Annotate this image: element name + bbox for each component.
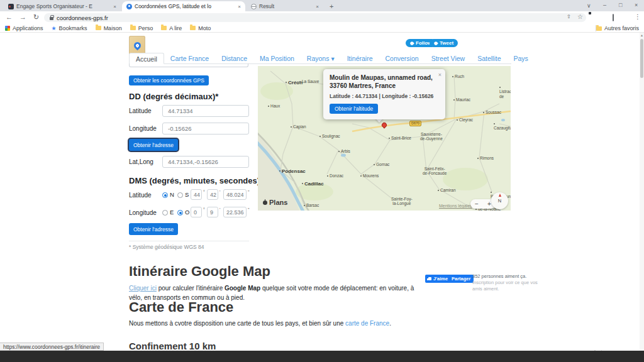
back-icon[interactable]: ← xyxy=(6,14,13,21)
map-label: Cleyrac xyxy=(457,118,473,122)
scrollbar-thumb[interactable] xyxy=(640,39,643,78)
tab-search-chevron-icon[interactable]: ∨ xyxy=(587,3,591,9)
other-bookmarks[interactable]: Autres favoris xyxy=(596,24,639,33)
map-label: Arbis xyxy=(338,149,350,153)
map-label: Saint-Brice xyxy=(389,136,411,140)
radio-south[interactable] xyxy=(177,192,183,198)
nav-item-carte-france[interactable]: Carte France xyxy=(164,53,215,63)
legal-link[interactable]: Mentions légales xyxy=(439,204,472,208)
map-popup: Moulin de Maupas, unnamed road, 33760 Ma… xyxy=(323,69,445,119)
gps-pin-favicon xyxy=(126,4,132,9)
lon-minutes-input[interactable] xyxy=(207,207,218,217)
cliquer-ici-link[interactable]: Cliquer ici xyxy=(129,285,157,292)
nav-item-itin-raire[interactable]: Itinéraire xyxy=(341,53,379,63)
get-gps-button[interactable]: Obtenir les coordonnées GPS xyxy=(129,75,209,85)
facebook-share-button[interactable]: Partager xyxy=(448,275,474,283)
carte-de-france-link[interactable]: carte de France xyxy=(345,320,389,327)
lon-seconds-input[interactable] xyxy=(223,207,247,217)
address-bar[interactable]: coordonnees-gps.fr xyxy=(44,13,586,22)
map-label: Barsac xyxy=(304,203,319,207)
nav-item-distance[interactable]: Distance xyxy=(215,53,253,63)
nav-item-pays[interactable]: Pays xyxy=(508,53,535,63)
carte-paragraph: Nous mettons à cvotre disposition une ca… xyxy=(129,319,425,328)
map-label: La Sauve xyxy=(299,79,319,84)
compass-control[interactable]: N xyxy=(491,192,508,209)
map-label: Saint-Félix- de-Foncaude xyxy=(423,167,447,176)
dms-longitude-label: Longitude xyxy=(129,209,157,216)
tab-coordonnees-gps[interactable]: Coordonnées GPS, latitude et lo × xyxy=(122,1,245,11)
bookmark-bookmarks[interactable]: ★ Bookmarks xyxy=(52,25,87,31)
address-search-input-partial[interactable] xyxy=(129,63,248,67)
itineraire-title: Itinéraire Google Map xyxy=(129,263,270,280)
bookmark-folder-moto[interactable]: Moto xyxy=(190,25,211,31)
thumbs-up-icon xyxy=(428,277,431,280)
sidebar-icon[interactable] xyxy=(613,14,614,21)
nav-item-accueil[interactable]: Accueil xyxy=(129,53,164,64)
share-icon[interactable]: ⇧ xyxy=(567,14,571,19)
dms-heading: DMS (degrés, minutes, secondes)* xyxy=(129,176,263,185)
tab-close-icon[interactable]: × xyxy=(238,4,241,9)
second-mark: " xyxy=(248,190,250,194)
nav-item-satellite[interactable]: Satellite xyxy=(471,53,507,63)
apple-logo-icon xyxy=(263,200,267,205)
zoom-in-icon[interactable]: + xyxy=(487,200,491,207)
radio-west[interactable] xyxy=(177,210,183,216)
facebook-like-button[interactable]: J'aime xyxy=(425,275,451,283)
road-badge: D670 xyxy=(409,121,421,126)
radio-east[interactable] xyxy=(162,210,168,216)
north-label: N xyxy=(170,191,174,198)
radio-north[interactable] xyxy=(162,192,168,198)
latitude-label: Latitude xyxy=(129,107,152,114)
map-canvas[interactable]: CréonLa SauveHauxCapianSoulignacArbisPod… xyxy=(258,66,511,211)
site-nav: AccueilCarte FranceDistanceMa PositionRa… xyxy=(129,53,511,64)
site-logo[interactable] xyxy=(129,36,145,55)
popup-close-icon[interactable]: × xyxy=(438,72,441,78)
map-label: Soussac xyxy=(483,110,501,114)
window-minimize-button[interactable]: – xyxy=(603,2,606,8)
second-mark: " xyxy=(248,207,250,212)
tab-title: Result xyxy=(259,3,313,9)
engage-favicon xyxy=(8,4,14,9)
window-close-button[interactable]: × xyxy=(635,2,638,8)
tab-close-icon[interactable]: × xyxy=(113,4,116,9)
tab-result[interactable]: Result × xyxy=(247,1,323,11)
bookmark-applications[interactable]: Applications xyxy=(5,25,43,31)
latitude-input[interactable] xyxy=(162,105,249,117)
get-altitude-button[interactable]: Obtenir l'altitude xyxy=(330,104,378,114)
twitter-tweet-button[interactable]: Tweet xyxy=(430,39,458,47)
tab-title: Coordonnées GPS, latitude et lo xyxy=(135,3,235,9)
lat-degrees-input[interactable] xyxy=(191,189,202,200)
longitude-input[interactable] xyxy=(162,123,249,134)
latlong-label: Lat,Long xyxy=(129,158,153,165)
lon-degrees-input[interactable] xyxy=(191,207,202,217)
tab-engage[interactable]: Engage Sports Organisateur - E × xyxy=(4,1,121,11)
nav-item-rayons[interactable]: Rayons ▾ xyxy=(301,53,341,63)
bookmark-folder-perso[interactable]: Perso xyxy=(130,25,153,31)
scrollbar-up-icon[interactable]: ▲ xyxy=(640,33,643,37)
latlong-input[interactable] xyxy=(162,156,249,168)
tab-title: Engage Sports Organisateur - E xyxy=(16,3,111,9)
new-tab-button[interactable]: + xyxy=(330,3,333,10)
window-restore-button[interactable]: □ xyxy=(619,2,622,8)
bookmark-folder-a-lire[interactable]: A lire xyxy=(161,25,182,31)
menu-dots-icon[interactable]: ⋮ xyxy=(635,13,641,20)
bookmark-folder-maison[interactable]: Maison xyxy=(96,25,122,31)
map-label: Podensac xyxy=(279,168,306,174)
zoom-out-icon[interactable]: − xyxy=(475,200,479,207)
lat-seconds-input[interactable] xyxy=(223,189,247,200)
status-link-tooltip: https://www.coordonnees-gps.fr/itinerair… xyxy=(0,343,104,351)
get-address-button-dd[interactable]: Obtenir l'adresse xyxy=(129,139,178,151)
reload-icon[interactable]: ↻ xyxy=(33,14,39,21)
url-text: coordonnees-gps.fr xyxy=(57,14,108,21)
east-label: E xyxy=(170,209,174,216)
forward-icon[interactable]: → xyxy=(19,14,26,21)
get-address-button-dms[interactable]: Obtenir l'adresse xyxy=(129,223,178,235)
nav-item-ma-position[interactable]: Ma Position xyxy=(253,53,301,63)
tab-close-icon[interactable]: × xyxy=(316,4,319,9)
nav-item-conversion[interactable]: Conversion xyxy=(379,53,425,63)
nav-item-street-view[interactable]: Street View xyxy=(425,53,472,63)
lock-icon[interactable] xyxy=(50,17,53,20)
lat-minutes-input[interactable] xyxy=(207,189,218,200)
bookmark-star-icon[interactable]: ☆ xyxy=(577,13,583,20)
page-scrollbar[interactable] xyxy=(640,33,644,351)
